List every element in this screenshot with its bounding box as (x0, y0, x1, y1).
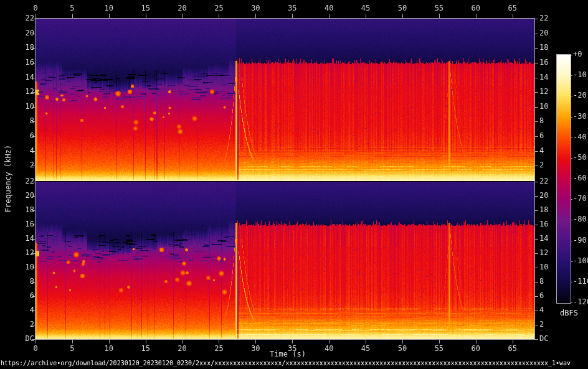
freq-tick-label-right: 14 (539, 235, 548, 243)
freq-tick-label-left: 4 (12, 147, 34, 155)
source-url: https://archive•org/download/20230120_20… (1, 360, 571, 367)
freq-tick-label-left: 2 (12, 320, 34, 329)
freq-tick-label-right: 20 (539, 29, 548, 37)
freq-tick-label-right: 20 (539, 192, 548, 200)
freq-tick-label-right: 12 (539, 249, 548, 257)
freq-tick-label-right: 6 (539, 132, 544, 140)
freq-tick-label-left: 18 (12, 206, 34, 214)
time-tick-label-top: 60 (472, 4, 480, 12)
y-axis-title: Frequency (kHz) (4, 145, 12, 212)
time-tick-label-top: 5 (70, 4, 74, 12)
freq-tick-label-left: 22 (12, 177, 34, 185)
freq-tick-label-left: 6 (12, 132, 34, 140)
freq-tick-label-right: 22 (539, 177, 548, 185)
freq-tick-label-left: 10 (12, 103, 34, 111)
colorbar-tick-label: -40 (573, 133, 587, 141)
freq-tick-label-left: 22 (12, 14, 34, 22)
freq-tick-label-left: 12 (12, 88, 34, 96)
time-tick-label-bottom: 0 (33, 345, 37, 353)
time-tick-label-bottom: 5 (70, 345, 74, 353)
colorbar-tick-label: -20 (573, 91, 587, 100)
time-tick-label-top: 50 (398, 4, 407, 12)
colorbar-tick-label: -110 (573, 278, 588, 286)
freq-tick-label-left: 14 (12, 235, 34, 243)
x-axis-title: Time (s) (270, 350, 306, 358)
freq-tick-label-left: 12 (12, 249, 34, 257)
freq-tick-label-right: 12 (539, 88, 548, 96)
freq-tick-label-left: 20 (12, 29, 34, 37)
freq-tick-label-left: 14 (12, 73, 34, 82)
freq-tick-label-right: 18 (539, 206, 548, 214)
freq-tick-label-right: 22 (539, 14, 548, 22)
spectrogram-canvas (0, 0, 588, 369)
time-tick-label-bottom: 60 (472, 345, 480, 353)
freq-tick-label-right: 16 (539, 220, 548, 228)
time-tick-label-bottom: 40 (325, 345, 333, 353)
freq-tick-label-right: 10 (539, 263, 548, 271)
time-tick-label-bottom: 50 (398, 345, 407, 353)
freq-tick-label-right: 10 (539, 103, 548, 111)
colorbar-tick-label: -30 (573, 113, 587, 121)
colorbar-tick-label: -100 (573, 257, 588, 265)
freq-tick-label-left: DC (12, 335, 34, 343)
time-tick-label-top: 30 (251, 4, 260, 12)
freq-tick-label-left: 18 (12, 44, 34, 52)
time-tick-label-bottom: 45 (361, 345, 370, 353)
freq-tick-label-left: 2 (12, 161, 34, 169)
time-tick-label-top: 15 (141, 4, 149, 12)
time-tick-label-bottom: 20 (178, 345, 186, 353)
colorbar-tick-label: -50 (573, 154, 587, 162)
colorbar-tick-label: -10 (573, 71, 587, 79)
time-tick-label-bottom: 30 (251, 345, 260, 353)
freq-tick-label-left: 8 (12, 278, 34, 286)
freq-tick-label-right: DC (539, 335, 548, 343)
time-tick-label-bottom: 10 (105, 345, 113, 353)
time-tick-label-bottom: 25 (214, 345, 223, 353)
time-tick-label-bottom: 65 (508, 345, 516, 353)
time-tick-label-top: 35 (288, 4, 296, 12)
freq-tick-label-left: 16 (12, 58, 34, 67)
freq-tick-label-right: 4 (539, 147, 544, 155)
time-tick-label-top: 45 (361, 4, 370, 12)
colorbar-tick-label: -70 (573, 195, 587, 203)
colorbar-tick-label: -120 (573, 298, 588, 306)
freq-tick-label-left: 20 (12, 192, 34, 200)
freq-tick-label-right: 8 (539, 278, 544, 286)
time-tick-label-top: 40 (325, 4, 333, 12)
freq-tick-label-right: 14 (539, 73, 548, 82)
freq-tick-label-right: 18 (539, 44, 548, 52)
colorbar-tick-label: -60 (573, 174, 587, 182)
colorbar-tick-label: -90 (573, 236, 587, 245)
freq-tick-label-left: 8 (12, 117, 34, 125)
colorbar-title: dBFS (560, 309, 578, 317)
colorbar-tick-label: +0 (573, 50, 582, 58)
freq-tick-label-right: 16 (539, 58, 548, 67)
time-tick-label-top: 10 (105, 4, 113, 12)
freq-tick-label-right: 4 (539, 306, 544, 314)
time-tick-label-top: 65 (508, 4, 516, 12)
freq-tick-label-left: 4 (12, 306, 34, 314)
freq-tick-label-left: 6 (12, 292, 34, 300)
time-tick-label-top: 0 (33, 4, 37, 12)
freq-tick-label-right: 6 (539, 292, 544, 300)
freq-tick-label-left: 16 (12, 220, 34, 228)
freq-tick-label-left: 10 (12, 263, 34, 271)
time-tick-label-top: 20 (178, 4, 186, 12)
time-tick-label-bottom: 55 (435, 345, 443, 353)
colorbar-tick-label: -80 (573, 215, 587, 223)
time-tick-label-bottom: 15 (141, 345, 149, 353)
freq-tick-label-right: 2 (539, 320, 544, 329)
freq-tick-label-right: 8 (539, 117, 544, 125)
freq-tick-label-right: 2 (539, 161, 544, 169)
time-tick-label-top: 55 (435, 4, 443, 12)
spectrogram-screen: 0055101015152020252530303535404045455050… (0, 0, 588, 369)
time-tick-label-top: 25 (214, 4, 223, 12)
